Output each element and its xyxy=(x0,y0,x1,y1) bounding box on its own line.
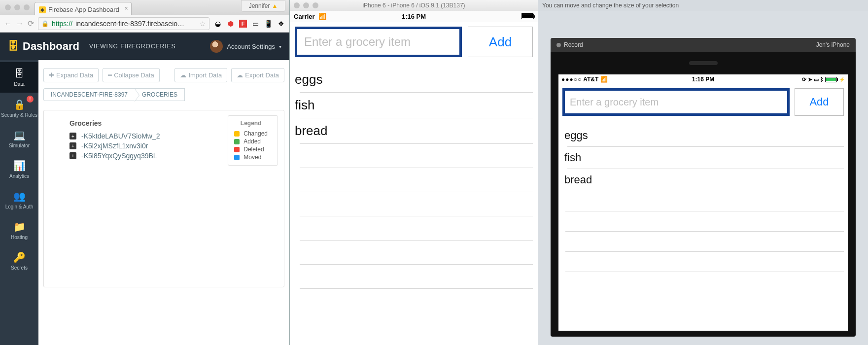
bluetooth-icon: ᛒ xyxy=(820,76,824,82)
back-icon[interactable]: ← xyxy=(4,19,12,28)
warning-icon: ▲ xyxy=(272,2,278,9)
breadcrumb-item[interactable]: INCANDESCENT-FIRE-8397 xyxy=(43,88,135,101)
sidebar-item-data[interactable]: 🗄Data xyxy=(0,62,38,93)
window-controls[interactable] xyxy=(5,4,30,10)
import-data-button[interactable]: ☁ Import Data xyxy=(174,68,227,82)
list-item[interactable]: fish xyxy=(562,147,844,169)
iphone-frame: ●●●○○ AT&T 📶 1:16 PM ⟳ ➤ ▭ ᛒ ⚡ Add eggs … xyxy=(551,52,856,337)
tab-close-icon[interactable]: × xyxy=(125,5,128,12)
account-menu[interactable]: Account Settings ▾ xyxy=(210,40,281,53)
minimize-icon[interactable] xyxy=(303,2,309,8)
carrier-label: Carrier xyxy=(294,13,315,20)
expand-icon[interactable]: + xyxy=(69,133,76,139)
folder-icon: 📁 xyxy=(13,221,26,233)
firebase-main: 🗄Data 🔒!Security & Rules 💻Simulator 📊Ana… xyxy=(0,60,289,345)
browser-tab[interactable]: ◆ Firebase App Dashboard × xyxy=(35,2,132,15)
export-data-button[interactable]: ☁ Export Data xyxy=(231,68,284,82)
ios-status-bar: ●●●○○ AT&T 📶 1:16 PM ⟳ ➤ ▭ ᛒ ⚡ xyxy=(558,74,848,84)
sidebar-item-label: Secrets xyxy=(11,265,28,271)
expand-icon[interactable]: + xyxy=(69,152,76,159)
simulator-title: iPhone 6 - iPhone 6 / iOS 9.1 (13B137) xyxy=(362,2,465,9)
sidebar-item-label: Analytics xyxy=(9,173,29,179)
users-icon: 👥 xyxy=(13,190,26,202)
sidebar-item-label: Data xyxy=(14,81,24,87)
zoom-icon[interactable] xyxy=(312,2,318,8)
firebase-content: ✚ Expand Data ━ Collapse Data ☁ Import D… xyxy=(38,60,289,345)
sidebar-item-login[interactable]: 👥Login & Auth xyxy=(0,184,38,215)
legend-row: Deleted xyxy=(234,145,268,153)
firebase-app: 🗄 Dashboard VIEWING FIREGROCERIES Accoun… xyxy=(0,33,289,345)
zoom-icon[interactable] xyxy=(24,4,30,10)
grocery-input[interactable] xyxy=(295,27,462,57)
data-toolbar: ✚ Expand Data ━ Collapse Data ☁ Import D… xyxy=(43,68,284,82)
url-scheme: https:// xyxy=(52,20,72,28)
clock: 1:16 PM xyxy=(692,76,714,83)
list-item[interactable]: bread xyxy=(295,118,533,143)
wifi-icon: 📶 xyxy=(600,76,608,83)
add-button[interactable]: Add xyxy=(795,88,844,116)
star-icon[interactable]: ☆ xyxy=(200,20,206,28)
collapse-data-button[interactable]: ━ Collapse Data xyxy=(103,68,160,82)
extension-icon[interactable]: ▭ xyxy=(251,19,260,28)
data-tree-panel: Legend Changed Added Deleted Moved Groce… xyxy=(43,110,284,287)
button-label: Import Data xyxy=(188,71,222,79)
sidebar-item-label: Hosting xyxy=(11,235,28,240)
expand-icon[interactable]: + xyxy=(69,142,76,149)
firebase-sidebar: 🗄Data 🔒!Security & Rules 💻Simulator 📊Ana… xyxy=(0,60,38,345)
flipboard-icon[interactable]: F xyxy=(239,20,247,28)
clock: 1:16 PM xyxy=(402,13,426,20)
button-label: Expand Data xyxy=(56,71,93,79)
legend-row: Changed xyxy=(234,130,268,138)
reload-icon[interactable]: ⟳ xyxy=(28,19,34,28)
forward-icon[interactable]: → xyxy=(16,19,24,28)
legend-label: Deleted xyxy=(243,146,264,153)
list-item[interactable]: fish xyxy=(295,93,533,118)
sidebar-item-label: Security & Rules xyxy=(1,112,37,118)
grocery-list: eggs fish bread xyxy=(295,67,533,144)
sidebar-item-security[interactable]: 🔒!Security & Rules xyxy=(0,93,38,123)
legend-title: Legend xyxy=(234,120,268,127)
sidebar-item-hosting[interactable]: 📁Hosting xyxy=(0,215,38,245)
close-icon[interactable] xyxy=(5,4,11,10)
list-item[interactable]: eggs xyxy=(295,67,533,92)
expand-data-button[interactable]: ✚ Expand Data xyxy=(43,68,99,82)
swatch-icon xyxy=(234,139,240,144)
slack-icon[interactable]: ❖ xyxy=(277,19,285,28)
input-row: Add xyxy=(295,27,533,57)
close-icon[interactable] xyxy=(294,2,300,8)
record-button[interactable]: Record xyxy=(556,41,583,48)
adblock-icon[interactable]: ⬢ xyxy=(226,19,235,28)
list-item[interactable]: bread xyxy=(562,169,844,191)
phone-icon[interactable]: 📱 xyxy=(264,19,273,28)
chrome-profile-chip[interactable]: Jennifer ▲ xyxy=(241,0,285,12)
app-screen: Add eggs fish bread xyxy=(290,22,538,345)
database-icon: 🗄 xyxy=(8,40,19,53)
address-bar[interactable]: 🔒 https://incandescent-fire-8397.firebas… xyxy=(38,17,209,30)
empty-rows xyxy=(295,168,533,289)
node-key: -K5l85YqxQySggyq39BL xyxy=(81,152,157,160)
device-name[interactable]: Jen's iPhone xyxy=(816,41,850,48)
grocery-input[interactable] xyxy=(562,88,790,116)
quicktime-window: You can move and change the size of your… xyxy=(538,0,868,345)
wifi-icon: 📶 xyxy=(318,13,326,20)
firebase-favicon-icon: ◆ xyxy=(39,6,46,13)
add-button[interactable]: Add xyxy=(468,27,533,57)
window-controls[interactable] xyxy=(294,2,318,8)
breadcrumb-item[interactable]: GROCERIES xyxy=(135,88,185,101)
record-icon xyxy=(556,43,561,47)
sidebar-item-secrets[interactable]: 🔑Secrets xyxy=(0,245,38,276)
battery-icon xyxy=(521,13,534,19)
key-icon: 🔑 xyxy=(13,251,26,263)
profile-name: Jennifer xyxy=(249,2,270,9)
pocket-icon[interactable]: ◒ xyxy=(213,19,222,28)
account-label: Account Settings xyxy=(227,43,275,50)
legend-row: Moved xyxy=(234,153,268,161)
minimize-icon[interactable] xyxy=(14,4,20,10)
empty-rows xyxy=(562,211,844,292)
list-item[interactable]: eggs xyxy=(562,125,844,146)
legend-label: Moved xyxy=(243,154,261,161)
firebase-logo[interactable]: 🗄 Dashboard xyxy=(8,40,79,53)
node-key: -K5l2xjMSzfL1xnv3i0r xyxy=(81,142,148,150)
sidebar-item-analytics[interactable]: 📊Analytics xyxy=(0,154,38,184)
sidebar-item-simulator[interactable]: 💻Simulator xyxy=(0,123,38,154)
